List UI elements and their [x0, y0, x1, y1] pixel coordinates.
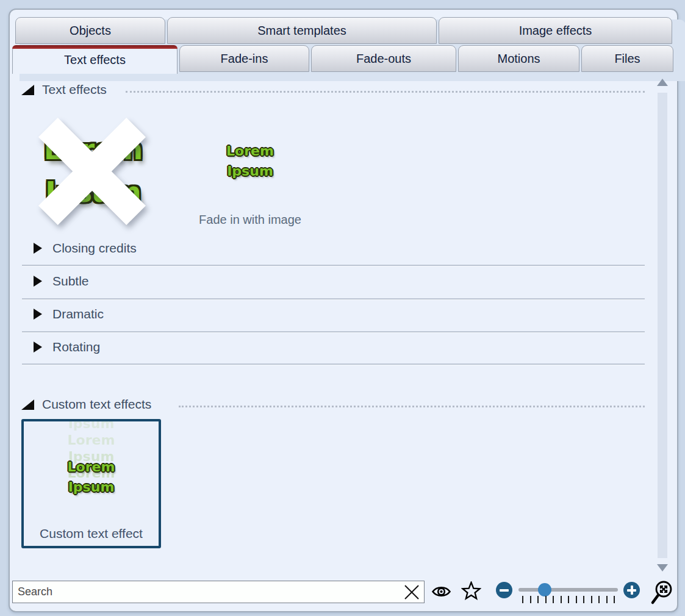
collapsed-triangle-icon: [34, 243, 42, 254]
divider: [22, 364, 645, 365]
scroll-down-arrow-icon[interactable]: [657, 564, 668, 571]
collapsed-triangle-icon: [34, 342, 42, 353]
group-title: Rotating: [52, 340, 100, 354]
tab-smart-templates-label: Smart templates: [257, 24, 346, 38]
no-effect-x-icon[interactable]: [46, 126, 138, 217]
tab-files[interactable]: Files: [581, 45, 673, 72]
tab-motions-label: Motions: [497, 52, 540, 66]
star-icon[interactable]: [461, 581, 481, 601]
tab-text-effects-label: Text effects: [64, 53, 126, 67]
thumbnail-caption: Fade in with image: [190, 213, 310, 227]
tab-text-effects[interactable]: Text effects: [12, 45, 178, 74]
tab-fade-ins[interactable]: Fade-ins: [179, 45, 309, 72]
section-header-text-effects[interactable]: Text effects: [21, 82, 107, 98]
search-input[interactable]: [13, 581, 402, 603]
minus-icon: [500, 589, 509, 592]
tab-objects-label: Objects: [70, 24, 111, 38]
zoom-slider-thumb[interactable]: [538, 583, 551, 596]
tab-smart-templates[interactable]: Smart templates: [167, 17, 437, 44]
divider: [22, 298, 645, 300]
group-header-subtle[interactable]: Subtle: [34, 273, 89, 289]
group-header-rotating[interactable]: Rotating: [34, 339, 100, 355]
zoom-slider-track[interactable]: [518, 588, 618, 592]
collapsed-triangle-icon: [34, 309, 42, 320]
tab-files-label: Files: [614, 52, 640, 66]
magnifier-reset-icon[interactable]: [649, 579, 675, 606]
tab-fade-outs-label: Fade-outs: [356, 52, 411, 66]
divider: [22, 265, 645, 267]
tab-image-effects-label: Image effects: [519, 24, 592, 38]
group-title: Dramatic: [52, 307, 104, 321]
expanded-triangle-icon: [21, 85, 34, 95]
card-caption: Custom text effect: [24, 526, 159, 541]
group-title: Closing credits: [52, 241, 137, 256]
group-header-closing-credits[interactable]: Closing credits: [34, 240, 137, 256]
eye-icon[interactable]: [431, 584, 451, 599]
group-header-dramatic[interactable]: Dramatic: [34, 306, 104, 322]
tab-image-effects[interactable]: Image effects: [439, 17, 672, 44]
section-header-custom-text-effects[interactable]: Custom text effects: [21, 396, 151, 412]
clear-search-icon[interactable]: [403, 584, 420, 601]
scroll-up-arrow-icon[interactable]: [657, 79, 668, 86]
card-custom-text-effect[interactable]: Ipsum Lorem Ipsum Lorem Lorem Ipsum Cust…: [21, 419, 161, 548]
group-title: Subtle: [52, 274, 89, 288]
dotted-leader-line: [179, 406, 645, 407]
zoom-out-button[interactable]: [496, 582, 512, 598]
tab-fade-outs[interactable]: Fade-outs: [311, 45, 456, 72]
dotted-leader-line: [126, 91, 645, 93]
zoom-slider-ticks: [522, 596, 615, 604]
effect-preview-text: Lorem Ipsum: [190, 141, 310, 181]
tab-objects[interactable]: Objects: [15, 17, 165, 44]
tab-motions[interactable]: Motions: [458, 45, 579, 72]
scrollbar-thumb[interactable]: [658, 93, 667, 558]
search-box: [12, 581, 425, 603]
zoom-in-button[interactable]: [623, 582, 640, 598]
tab-fade-ins-label: Fade-ins: [221, 52, 268, 66]
divider: [22, 331, 645, 333]
effect-preview-text: Lorem Ipsum: [24, 457, 159, 497]
expanded-triangle-icon: [21, 399, 34, 410]
section-title: Custom text effects: [42, 397, 151, 412]
section-title: Text effects: [42, 82, 107, 97]
collapsed-triangle-icon: [34, 276, 42, 287]
